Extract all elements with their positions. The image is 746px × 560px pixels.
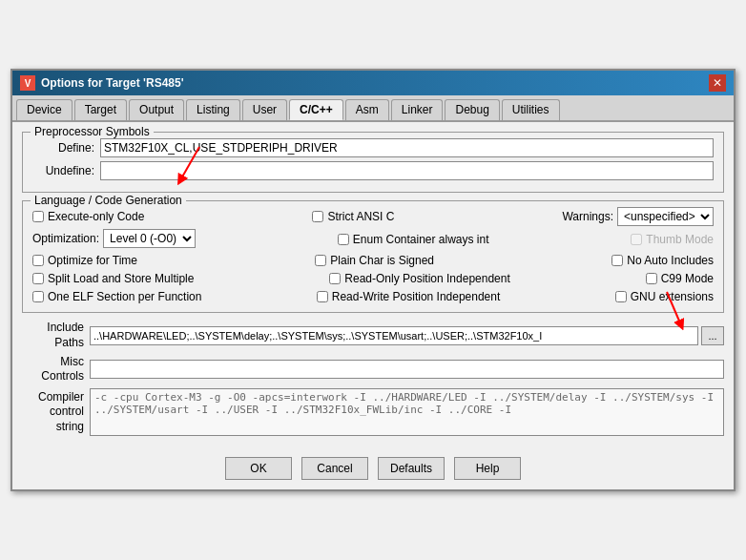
thumb-mode-label: Thumb Mode <box>646 233 714 246</box>
include-paths-input[interactable] <box>90 326 698 345</box>
split-load-checkbox[interactable] <box>32 273 44 284</box>
help-button[interactable]: Help <box>454 457 521 480</box>
include-paths-label: IncludePaths <box>22 321 84 350</box>
include-paths-browse-button[interactable]: ... <box>701 326 724 345</box>
tab-asm[interactable]: Asm <box>345 99 389 120</box>
readonly-pos-checkbox-row: Read-Only Position Independent <box>329 271 509 286</box>
compiler-control-textarea: -c -cpu Cortex-M3 -g -O0 -apcs=interwork… <box>90 388 724 436</box>
tab-listing[interactable]: Listing <box>186 99 240 120</box>
tab-cpp[interactable]: C/C++ <box>289 99 343 120</box>
defaults-button[interactable]: Defaults <box>378 457 445 480</box>
close-button[interactable]: ✕ <box>709 74 726 92</box>
thumb-mode-checkbox[interactable] <box>631 234 642 245</box>
tab-output[interactable]: Output <box>129 99 184 120</box>
define-input[interactable] <box>100 138 714 157</box>
gnu-ext-checkbox[interactable] <box>615 291 627 302</box>
preprocessor-group: Preprocessor Symbols Define: Undefine: <box>22 132 724 193</box>
define-label: Define: <box>32 141 94 155</box>
undefine-label: Undefine: <box>32 164 94 177</box>
execute-only-label: Execute-only Code <box>48 210 144 223</box>
execute-only-checkbox-row: Execute-only Code <box>32 209 144 224</box>
tab-utilities[interactable]: Utilities <box>502 99 560 120</box>
optimization-row: Optimization: Level 0 (-O0) Level 1 (-O1… <box>32 229 196 248</box>
title-bar: V Options for Target 'RS485' ✕ <box>12 71 734 95</box>
enum-container-checkbox-row: Enum Container always int <box>338 232 489 247</box>
split-load-checkbox-row: Split Load and Store Multiple <box>32 271 194 286</box>
tab-user[interactable]: User <box>242 99 287 120</box>
optimization-label: Optimization: <box>32 232 99 245</box>
no-auto-includes-checkbox[interactable] <box>611 255 623 266</box>
content-area: Preprocessor Symbols Define: Undefine: <box>12 122 734 448</box>
preprocessor-group-label: Preprocessor Symbols <box>31 125 154 138</box>
warnings-select[interactable]: <unspecified> All Warnings No Warnings <box>617 207 714 226</box>
ok-button[interactable]: OK <box>225 457 292 480</box>
tab-target[interactable]: Target <box>74 99 127 120</box>
cancel-button[interactable]: Cancel <box>301 457 368 480</box>
thumb-mode-checkbox-row: Thumb Mode <box>631 232 714 247</box>
no-auto-includes-label: No Auto Includes <box>627 254 714 267</box>
c99-mode-label: C99 Mode <box>661 272 714 285</box>
readwrite-pos-label: Read-Write Position Independent <box>332 290 501 303</box>
enum-container-checkbox[interactable] <box>338 234 349 245</box>
compiler-control-label: Compilercontrolstring <box>22 388 84 435</box>
readwrite-pos-checkbox-row: Read-Write Position Independent <box>317 289 501 304</box>
plain-char-checkbox[interactable] <box>315 255 326 266</box>
enum-container-label: Enum Container always int <box>353 233 489 246</box>
options-dialog: V Options for Target 'RS485' ✕ Device Ta… <box>10 69 736 490</box>
warnings-row: Warnings: <unspecified> All Warnings No … <box>562 207 714 226</box>
readwrite-pos-checkbox[interactable] <box>317 291 328 302</box>
plain-char-checkbox-row: Plain Char is Signed <box>315 253 434 268</box>
optimize-time-label: Optimize for Time <box>48 254 137 267</box>
tab-bar: Device Target Output Listing User C/C++ … <box>12 95 734 122</box>
one-elf-label: One ELF Section per Function <box>48 290 201 303</box>
bottom-buttons: OK Cancel Defaults Help <box>12 449 734 489</box>
gnu-ext-label: GNU extensions <box>631 290 714 303</box>
one-elf-checkbox[interactable] <box>32 291 44 302</box>
readonly-pos-checkbox[interactable] <box>329 273 341 284</box>
optimize-time-checkbox[interactable] <box>32 255 44 266</box>
gnu-ext-checkbox-row: GNU extensions <box>615 289 714 304</box>
one-elf-checkbox-row: One ELF Section per Function <box>32 289 201 304</box>
optimize-time-checkbox-row: Optimize for Time <box>32 253 137 268</box>
misc-controls-input[interactable] <box>90 360 724 379</box>
strict-ansi-label: Strict ANSI C <box>327 210 394 223</box>
optimization-select[interactable]: Level 0 (-O0) Level 1 (-O1) Level 2 (-O2… <box>103 229 196 248</box>
language-group: Language / Code Generation Execute-only … <box>22 200 724 313</box>
strict-ansi-checkbox[interactable] <box>312 211 323 222</box>
tab-device[interactable]: Device <box>16 99 73 120</box>
c99-mode-checkbox-row: C99 Mode <box>646 271 714 286</box>
define-row: Define: <box>32 138 714 157</box>
language-group-label: Language / Code Generation <box>31 194 186 207</box>
split-load-label: Split Load and Store Multiple <box>48 272 194 285</box>
app-icon: V <box>20 75 35 91</box>
plain-char-label: Plain Char is Signed <box>330 254 434 267</box>
misc-controls-label: MiscControls <box>22 355 84 384</box>
tab-debug[interactable]: Debug <box>445 99 499 120</box>
execute-only-checkbox[interactable] <box>32 211 44 222</box>
no-auto-includes-checkbox-row: No Auto Includes <box>611 253 714 268</box>
warnings-label: Warnings: <box>562 210 613 223</box>
dialog-title: Options for Target 'RS485' <box>41 76 184 90</box>
readonly-pos-label: Read-Only Position Independent <box>344 272 509 285</box>
tab-linker[interactable]: Linker <box>391 99 444 120</box>
strict-ansi-checkbox-row: Strict ANSI C <box>312 209 394 224</box>
c99-mode-checkbox[interactable] <box>646 273 657 284</box>
undefine-row: Undefine: <box>32 161 714 180</box>
undefine-input[interactable] <box>100 161 714 180</box>
